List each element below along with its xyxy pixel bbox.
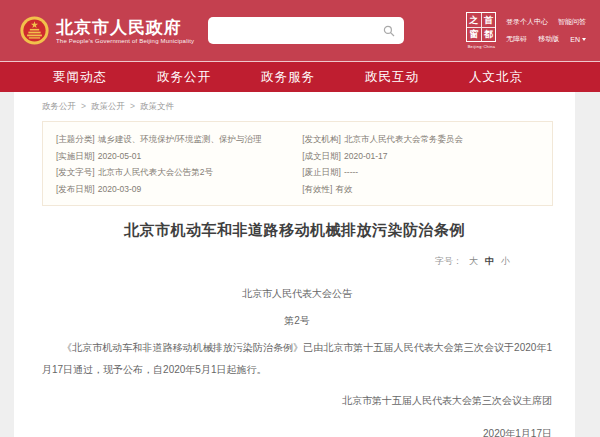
accessibility-link[interactable]: 无障碍 [506, 34, 527, 44]
chevron-down-icon [582, 38, 586, 41]
site-subtitle: The People's Government of Beijing Munic… [56, 38, 194, 44]
meta-label: [实施日期] [56, 151, 95, 161]
national-emblem-icon [20, 16, 49, 45]
signature-line: 北京市第十五届人民代表大会第三次会议主席团 [42, 390, 552, 412]
breadcrumb-item[interactable]: 政策公开 [91, 101, 125, 111]
quick-links-row-2: 无障碍 移动版 EN [506, 34, 586, 44]
seal-char: 窗 [467, 28, 481, 42]
breadcrumb-separator: > [130, 101, 135, 111]
meta-row-publish-date: [发布日期]2020-03-09 [56, 181, 302, 198]
capital-window-seal-logo[interactable]: 之 首 窗 都 Beijing·China [466, 12, 497, 49]
seal-grid: 之 首 窗 都 [466, 12, 496, 42]
meta-row-effective-date: [实施日期]2020-05-01 [56, 148, 302, 165]
smart-qa-link[interactable]: 智能问答 [558, 17, 586, 27]
font-size-label: 字号： [435, 256, 462, 266]
quick-links: 登录个人中心 智能问答 无障碍 移动版 EN [506, 17, 586, 44]
meta-value: 2020-05-01 [98, 151, 141, 161]
nav-item-interaction[interactable]: 政民互动 [365, 69, 419, 86]
document-title: 北京市机动车和非道路移动机械排放污染防治条例 [14, 221, 575, 240]
nav-item-culture[interactable]: 人文北京 [469, 69, 523, 86]
meta-value: 2020-01-17 [344, 151, 387, 161]
main-nav: 要闻动态 政务公开 政务服务 政民互动 人文北京 [0, 61, 600, 92]
meta-label: [有效性] [302, 184, 332, 194]
meta-label: [成文日期] [302, 151, 341, 161]
meta-label: [废止日期] [302, 167, 341, 177]
site-logo-link[interactable]: 北京市人民政府 The People's Government of Beiji… [20, 16, 194, 45]
search-box [208, 17, 404, 44]
announcement-title: 北京市人民代表大会公告 [42, 283, 552, 305]
meta-value: 北京市人民代表大会公告第2号 [98, 167, 213, 177]
search-icon[interactable] [383, 25, 395, 37]
language-label: EN [570, 36, 580, 43]
meta-value: 城乡建设、环境保护/环境监测、保护与治理 [98, 134, 262, 144]
content-card: 政务公开>政策公开>政策文件 [主题分类]城乡建设、环境保护/环境监测、保护与治… [14, 92, 575, 437]
nav-item-gov-disclosure[interactable]: 政务公开 [157, 69, 211, 86]
nav-item-gov-services[interactable]: 政务服务 [261, 69, 315, 86]
logo-text: 北京市人民政府 The People's Government of Beiji… [56, 18, 194, 44]
meta-column-right: [发文机构]北京市人民代表大会常务委员会 [成文日期]2020-01-17 [废… [302, 131, 539, 197]
meta-label: [发文机构] [302, 134, 341, 144]
meta-label: [发文字号] [56, 167, 95, 177]
language-switch-link[interactable]: EN [570, 36, 586, 43]
site-title: 北京市人民政府 [56, 18, 194, 37]
font-size-small-button[interactable]: 小 [501, 256, 510, 266]
meta-row-repeal-date: [废止日期]----- [302, 164, 539, 181]
header-right: 之 首 窗 都 Beijing·China 登录个人中心 智能问答 无障碍 移动… [466, 12, 586, 49]
mobile-version-link[interactable]: 移动版 [538, 34, 559, 44]
announcement-paragraph: 《北京市机动车和非道路移动机械排放污染防治条例》已由北京市第十五届人民代表大会第… [42, 337, 552, 381]
document-meta-box: [主题分类]城乡建设、环境保护/环境监测、保护与治理 [实施日期]2020-05… [42, 121, 553, 206]
site-header: 北京市人民政府 The People's Government of Beiji… [0, 0, 600, 61]
meta-column-left: [主题分类]城乡建设、环境保护/环境监测、保护与治理 [实施日期]2020-05… [56, 131, 302, 197]
breadcrumb-separator: > [81, 101, 86, 111]
meta-row-written-date: [成文日期]2020-01-17 [302, 148, 539, 165]
meta-label: [主题分类] [56, 134, 95, 144]
meta-row-topic: [主题分类]城乡建设、环境保护/环境监测、保护与治理 [56, 131, 302, 148]
announcement-number: 第2号 [42, 310, 552, 332]
seal-char: 都 [482, 28, 496, 42]
meta-label: [发布日期] [56, 184, 95, 194]
quick-links-row-1: 登录个人中心 智能问答 [506, 17, 586, 27]
font-size-medium-button[interactable]: 中 [485, 256, 494, 266]
nav-item-news[interactable]: 要闻动态 [53, 69, 107, 86]
meta-value: 2020-03-09 [98, 184, 141, 194]
page: 北京市人民政府 The People's Government of Beiji… [0, 0, 600, 437]
search-input[interactable] [208, 17, 383, 44]
article-body: 北京市人民代表大会公告 第2号 《北京市机动车和非道路移动机械排放污染防治条例》… [14, 283, 575, 437]
font-size-selector: 字号：大中小 [14, 255, 575, 268]
seal-caption: Beijing·China [466, 44, 497, 49]
breadcrumb-item[interactable]: 政策文件 [140, 101, 174, 111]
meta-value: ----- [344, 167, 358, 177]
meta-row-doc-number: [发文字号]北京市人民代表大会公告第2号 [56, 164, 302, 181]
font-size-large-button[interactable]: 大 [469, 256, 478, 266]
meta-row-validity: [有效性]有效 [302, 181, 539, 198]
breadcrumb: 政务公开>政策公开>政策文件 [14, 92, 575, 113]
seal-char: 首 [482, 13, 496, 27]
date-line: 2020年1月17日 [42, 423, 552, 437]
breadcrumb-item[interactable]: 政务公开 [42, 101, 76, 111]
meta-row-issuing-agency: [发文机构]北京市人民代表大会常务委员会 [302, 131, 539, 148]
meta-value: 北京市人民代表大会常务委员会 [344, 134, 463, 144]
meta-value: 有效 [335, 184, 352, 194]
seal-char: 之 [467, 13, 481, 27]
login-personal-center-link[interactable]: 登录个人中心 [506, 17, 548, 27]
nav-inner: 要闻动态 政务公开 政务服务 政民互动 人文北京 [28, 69, 548, 86]
